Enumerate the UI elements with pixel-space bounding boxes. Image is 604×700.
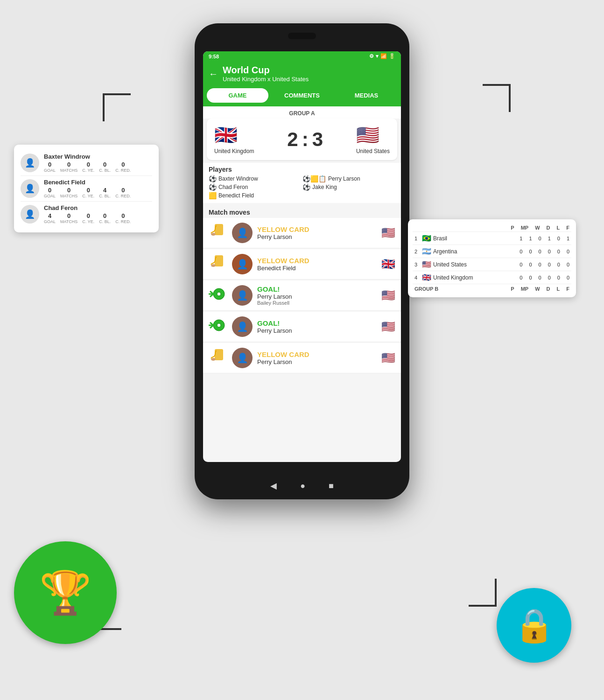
status-icons: ⚙ ▾ 📶 🔋 [369, 53, 395, 59]
group-label: GROUP A [203, 106, 401, 119]
stat-goal-baxter: 0 GOAL [44, 161, 56, 173]
stat-matchs-chad: 0 MATCHS [60, 212, 77, 224]
move-player-4: Perry Larson [257, 327, 377, 334]
us-flag: 🇺🇸 [356, 124, 390, 146]
ball-icon-baxter: ⚽ [209, 175, 217, 182]
uk-w: 0 [539, 275, 541, 280]
col-w: W [535, 225, 540, 231]
panel-player-info-chad: Chad Feron 4 GOAL 0 MATCHS 0 C. YE. 0 C.… [44, 204, 131, 224]
move-flag-1: 🇺🇸 [381, 226, 395, 239]
players-grid: ⚽ Baxter Windrow ⚽🟨📋 Perry Larson ⚽ Chad… [203, 175, 401, 203]
avatar-baxter: 👤 [21, 154, 39, 172]
avatar-move-4: 👤 [232, 316, 253, 337]
uk-l: 0 [557, 275, 560, 280]
team-brasil: Brasil [433, 235, 447, 242]
move-flag-5: 🇺🇸 [381, 351, 395, 364]
team-uk: United Kingdom [433, 274, 473, 281]
stat-cye-benedict: 0 C. YE. [82, 187, 94, 198]
uk-flag: 🇬🇧 [214, 124, 254, 146]
trophy-icon: 🏆 [39, 568, 91, 617]
wifi-icon: ▾ [376, 53, 379, 59]
nav-back[interactable]: ◀ [270, 481, 277, 491]
status-bar: 9:58 ⚙ ▾ 📶 🔋 [203, 51, 401, 61]
svg-point-1 [211, 233, 216, 236]
flag-uk: 🇬🇧 [422, 273, 431, 282]
col-d: D [547, 225, 550, 231]
avatar-move-1: 👤 [232, 223, 253, 243]
score-card: 🇬🇧 United Kingdom 2 : 3 🇺🇸 United States [207, 119, 397, 160]
standings-panel: P MP W D L F 1 🇧🇷 Brasil 1 1 0 1 0 1 2 🇦… [408, 219, 576, 297]
team-us: United States [433, 261, 467, 268]
tab-comments[interactable]: COMMENTS [271, 88, 333, 103]
move-player-3: Perry Larson [257, 293, 377, 300]
uk-mp: 0 [529, 275, 532, 280]
move-type-5: YELLOW CARD [257, 350, 377, 358]
svg-point-3 [211, 264, 216, 267]
move-type-2: YELLOW CARD [257, 257, 377, 265]
group-b-label: GROUP B [414, 286, 438, 292]
team-argentina: Argentina [433, 248, 457, 255]
tab-medias[interactable]: MEDIAS [336, 88, 397, 103]
signal-icon: 📶 [380, 53, 387, 59]
flag-brasil: 🇧🇷 [422, 234, 431, 243]
brasil-mp: 1 [529, 236, 532, 241]
rank-3: 3 [414, 262, 422, 267]
svg-point-5 [217, 292, 221, 296]
nav-home[interactable]: ● [300, 481, 305, 491]
goal-icon-4 [209, 317, 227, 337]
player-chad-feron: ⚽ Chad Feron [209, 183, 302, 191]
header-text: World Cup United Kingdom x United States [223, 65, 309, 83]
move-player-5: Perry Larson [257, 358, 377, 365]
card-icon-benedict: 🟨 [209, 192, 217, 199]
uk-p: 0 [520, 275, 522, 280]
away-score: 3 [312, 128, 323, 151]
move-info-4: GOAL! Perry Larson [257, 319, 377, 334]
panel-player-row-baxter: 👤 Baxter Windrow 0 GOAL 0 MATCHS 0 C. YE… [21, 150, 152, 176]
player-name-jake: Jake King [312, 184, 337, 190]
rank-2: 2 [414, 249, 422, 254]
back-button[interactable]: ← [209, 69, 218, 79]
player-name-perry: Perry Larson [328, 175, 360, 182]
stat-goal-benedict: 0 GOAL [44, 187, 56, 198]
stat-matchs-baxter: 0 MATCHS [60, 161, 77, 173]
uk-f: 0 [567, 275, 569, 280]
svg-point-15 [211, 358, 216, 361]
stat-cbl-baxter: 0 C. BL. [99, 161, 111, 173]
move-info-1: YELLOW CARD Perry Larson [257, 225, 377, 240]
us-d: 0 [548, 262, 551, 267]
yellow-card-icon-2 [209, 254, 227, 274]
screen-content: 9:58 ⚙ ▾ 📶 🔋 ← World Cup United Kingdom … [203, 51, 401, 462]
flag-us: 🇺🇸 [422, 260, 431, 269]
panel-player-row-chad: 👤 Chad Feron 4 GOAL 0 MATCHS 0 C. YE. 0 [21, 202, 152, 227]
us-mp: 0 [529, 262, 532, 267]
stat-cred-benedict: 0 C. RED. [115, 187, 131, 198]
svg-point-10 [217, 323, 221, 327]
footer-w: W [535, 286, 540, 292]
player-name-benedict-field: Benedict Field [218, 192, 254, 199]
brasil-f: 1 [567, 236, 569, 241]
player-baxter-windrow: ⚽ Baxter Windrow [209, 175, 302, 182]
score-colon: : [302, 128, 309, 151]
player-name-baxter: Baxter Windrow [218, 175, 258, 182]
home-team: 🇬🇧 United Kingdom [214, 124, 254, 154]
app-header: ← World Cup United Kingdom x United Stat… [203, 61, 401, 88]
ball-icon-jake: ⚽ [302, 183, 310, 191]
players-title: Players [203, 163, 401, 175]
move-info-5: YELLOW CARD Perry Larson [257, 350, 377, 365]
us-w: 0 [539, 262, 541, 267]
phone-nav-bar: ◀ ● ■ [270, 481, 334, 491]
brasil-l: 0 [557, 236, 560, 241]
players-panel: 👤 Baxter Windrow 0 GOAL 0 MATCHS 0 C. YE… [14, 145, 159, 232]
brasil-p: 1 [520, 236, 522, 241]
nav-square[interactable]: ■ [329, 481, 334, 491]
app-subtitle: United Kingdom x United States [223, 76, 309, 83]
rank-4: 4 [414, 275, 422, 280]
tab-game[interactable]: GAME [207, 88, 268, 103]
player-name-baxter: Baxter Windrow [44, 153, 131, 160]
stat-cye-baxter: 0 C. YE. [82, 161, 94, 173]
move-row-2: 👤 YELLOW CARD Benedict Field 🇬🇧 [203, 249, 401, 280]
player-stats-chad: 4 GOAL 0 MATCHS 0 C. YE. 0 C. BL. 0 C. [44, 212, 131, 224]
move-player-1: Perry Larson [257, 233, 377, 240]
stat-cred-baxter: 0 C. RED. [115, 161, 131, 173]
avatar-move-3: 👤 [232, 285, 253, 306]
